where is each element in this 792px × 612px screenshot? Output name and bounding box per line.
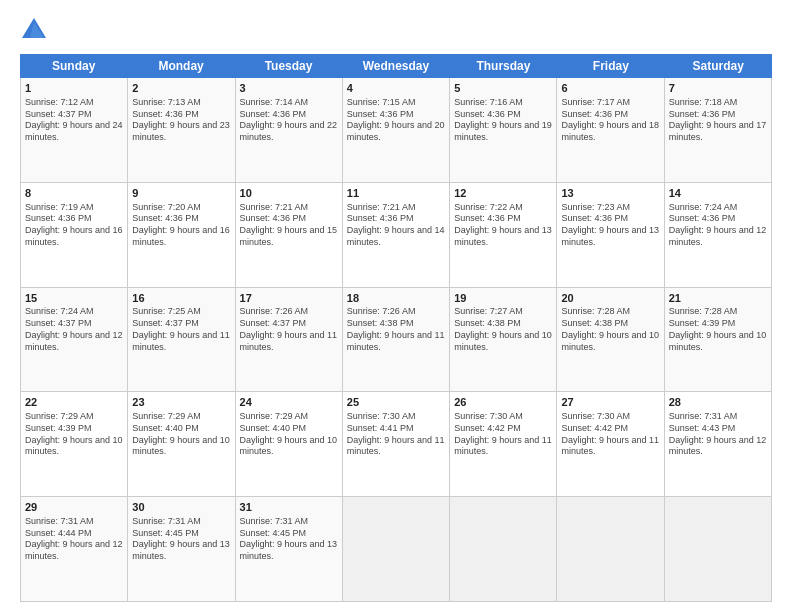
- day-number: 8: [25, 186, 123, 201]
- day-number: 9: [132, 186, 230, 201]
- table-row: 23Sunrise: 7:29 AMSunset: 4:40 PMDayligh…: [128, 392, 235, 497]
- table-row: 1Sunrise: 7:12 AMSunset: 4:37 PMDaylight…: [21, 78, 128, 183]
- cell-details: Sunrise: 7:31 AMSunset: 4:45 PMDaylight:…: [240, 516, 338, 563]
- day-number: 7: [669, 81, 767, 96]
- cell-details: Sunrise: 7:21 AMSunset: 4:36 PMDaylight:…: [240, 202, 338, 249]
- header-day-tuesday: Tuesday: [235, 54, 342, 78]
- day-number: 1: [25, 81, 123, 96]
- day-number: 19: [454, 291, 552, 306]
- day-number: 13: [561, 186, 659, 201]
- day-number: 3: [240, 81, 338, 96]
- table-row: 4Sunrise: 7:15 AMSunset: 4:36 PMDaylight…: [343, 78, 450, 183]
- header: [20, 16, 772, 44]
- day-number: 10: [240, 186, 338, 201]
- day-number: 20: [561, 291, 659, 306]
- cell-details: Sunrise: 7:17 AMSunset: 4:36 PMDaylight:…: [561, 97, 659, 144]
- cell-details: Sunrise: 7:30 AMSunset: 4:41 PMDaylight:…: [347, 411, 445, 458]
- table-row: 28Sunrise: 7:31 AMSunset: 4:43 PMDayligh…: [665, 392, 772, 497]
- table-row: 21Sunrise: 7:28 AMSunset: 4:39 PMDayligh…: [665, 288, 772, 393]
- logo-icon: [20, 16, 48, 44]
- table-row: [665, 497, 772, 602]
- table-row: [450, 497, 557, 602]
- table-row: 31Sunrise: 7:31 AMSunset: 4:45 PMDayligh…: [236, 497, 343, 602]
- cell-details: Sunrise: 7:30 AMSunset: 4:42 PMDaylight:…: [454, 411, 552, 458]
- day-number: 24: [240, 395, 338, 410]
- day-number: 26: [454, 395, 552, 410]
- day-number: 31: [240, 500, 338, 515]
- day-number: 21: [669, 291, 767, 306]
- day-number: 12: [454, 186, 552, 201]
- cell-details: Sunrise: 7:12 AMSunset: 4:37 PMDaylight:…: [25, 97, 123, 144]
- table-row: 7Sunrise: 7:18 AMSunset: 4:36 PMDaylight…: [665, 78, 772, 183]
- week-row-3: 15Sunrise: 7:24 AMSunset: 4:37 PMDayligh…: [20, 288, 772, 393]
- day-number: 30: [132, 500, 230, 515]
- cell-details: Sunrise: 7:23 AMSunset: 4:36 PMDaylight:…: [561, 202, 659, 249]
- table-row: 2Sunrise: 7:13 AMSunset: 4:36 PMDaylight…: [128, 78, 235, 183]
- day-number: 17: [240, 291, 338, 306]
- table-row: 8Sunrise: 7:19 AMSunset: 4:36 PMDaylight…: [21, 183, 128, 288]
- day-number: 6: [561, 81, 659, 96]
- day-number: 4: [347, 81, 445, 96]
- header-day-sunday: Sunday: [20, 54, 127, 78]
- week-row-5: 29Sunrise: 7:31 AMSunset: 4:44 PMDayligh…: [20, 497, 772, 602]
- day-number: 28: [669, 395, 767, 410]
- cell-details: Sunrise: 7:16 AMSunset: 4:36 PMDaylight:…: [454, 97, 552, 144]
- table-row: 10Sunrise: 7:21 AMSunset: 4:36 PMDayligh…: [236, 183, 343, 288]
- day-number: 22: [25, 395, 123, 410]
- header-day-friday: Friday: [557, 54, 664, 78]
- page: SundayMondayTuesdayWednesdayThursdayFrid…: [0, 0, 792, 612]
- header-day-thursday: Thursday: [450, 54, 557, 78]
- cell-details: Sunrise: 7:22 AMSunset: 4:36 PMDaylight:…: [454, 202, 552, 249]
- table-row: 15Sunrise: 7:24 AMSunset: 4:37 PMDayligh…: [21, 288, 128, 393]
- table-row: [343, 497, 450, 602]
- cell-details: Sunrise: 7:18 AMSunset: 4:36 PMDaylight:…: [669, 97, 767, 144]
- cell-details: Sunrise: 7:31 AMSunset: 4:45 PMDaylight:…: [132, 516, 230, 563]
- table-row: 11Sunrise: 7:21 AMSunset: 4:36 PMDayligh…: [343, 183, 450, 288]
- cell-details: Sunrise: 7:31 AMSunset: 4:44 PMDaylight:…: [25, 516, 123, 563]
- day-number: 18: [347, 291, 445, 306]
- cell-details: Sunrise: 7:27 AMSunset: 4:38 PMDaylight:…: [454, 306, 552, 353]
- table-row: 22Sunrise: 7:29 AMSunset: 4:39 PMDayligh…: [21, 392, 128, 497]
- day-number: 5: [454, 81, 552, 96]
- table-row: 9Sunrise: 7:20 AMSunset: 4:36 PMDaylight…: [128, 183, 235, 288]
- table-row: 3Sunrise: 7:14 AMSunset: 4:36 PMDaylight…: [236, 78, 343, 183]
- table-row: 6Sunrise: 7:17 AMSunset: 4:36 PMDaylight…: [557, 78, 664, 183]
- cell-details: Sunrise: 7:26 AMSunset: 4:37 PMDaylight:…: [240, 306, 338, 353]
- cell-details: Sunrise: 7:28 AMSunset: 4:39 PMDaylight:…: [669, 306, 767, 353]
- table-row: 20Sunrise: 7:28 AMSunset: 4:38 PMDayligh…: [557, 288, 664, 393]
- cell-details: Sunrise: 7:15 AMSunset: 4:36 PMDaylight:…: [347, 97, 445, 144]
- cell-details: Sunrise: 7:29 AMSunset: 4:39 PMDaylight:…: [25, 411, 123, 458]
- day-number: 11: [347, 186, 445, 201]
- table-row: 26Sunrise: 7:30 AMSunset: 4:42 PMDayligh…: [450, 392, 557, 497]
- table-row: 16Sunrise: 7:25 AMSunset: 4:37 PMDayligh…: [128, 288, 235, 393]
- cell-details: Sunrise: 7:20 AMSunset: 4:36 PMDaylight:…: [132, 202, 230, 249]
- cell-details: Sunrise: 7:13 AMSunset: 4:36 PMDaylight:…: [132, 97, 230, 144]
- week-row-2: 8Sunrise: 7:19 AMSunset: 4:36 PMDaylight…: [20, 183, 772, 288]
- calendar-body: 1Sunrise: 7:12 AMSunset: 4:37 PMDaylight…: [20, 78, 772, 602]
- table-row: 13Sunrise: 7:23 AMSunset: 4:36 PMDayligh…: [557, 183, 664, 288]
- cell-details: Sunrise: 7:30 AMSunset: 4:42 PMDaylight:…: [561, 411, 659, 458]
- table-row: 17Sunrise: 7:26 AMSunset: 4:37 PMDayligh…: [236, 288, 343, 393]
- calendar: SundayMondayTuesdayWednesdayThursdayFrid…: [20, 54, 772, 602]
- table-row: 19Sunrise: 7:27 AMSunset: 4:38 PMDayligh…: [450, 288, 557, 393]
- day-number: 2: [132, 81, 230, 96]
- cell-details: Sunrise: 7:24 AMSunset: 4:36 PMDaylight:…: [669, 202, 767, 249]
- cell-details: Sunrise: 7:31 AMSunset: 4:43 PMDaylight:…: [669, 411, 767, 458]
- header-day-wednesday: Wednesday: [342, 54, 449, 78]
- table-row: 5Sunrise: 7:16 AMSunset: 4:36 PMDaylight…: [450, 78, 557, 183]
- cell-details: Sunrise: 7:28 AMSunset: 4:38 PMDaylight:…: [561, 306, 659, 353]
- calendar-header: SundayMondayTuesdayWednesdayThursdayFrid…: [20, 54, 772, 78]
- cell-details: Sunrise: 7:14 AMSunset: 4:36 PMDaylight:…: [240, 97, 338, 144]
- week-row-4: 22Sunrise: 7:29 AMSunset: 4:39 PMDayligh…: [20, 392, 772, 497]
- week-row-1: 1Sunrise: 7:12 AMSunset: 4:37 PMDaylight…: [20, 78, 772, 183]
- cell-details: Sunrise: 7:29 AMSunset: 4:40 PMDaylight:…: [240, 411, 338, 458]
- table-row: 27Sunrise: 7:30 AMSunset: 4:42 PMDayligh…: [557, 392, 664, 497]
- cell-details: Sunrise: 7:25 AMSunset: 4:37 PMDaylight:…: [132, 306, 230, 353]
- day-number: 29: [25, 500, 123, 515]
- cell-details: Sunrise: 7:26 AMSunset: 4:38 PMDaylight:…: [347, 306, 445, 353]
- table-row: 12Sunrise: 7:22 AMSunset: 4:36 PMDayligh…: [450, 183, 557, 288]
- table-row: 29Sunrise: 7:31 AMSunset: 4:44 PMDayligh…: [21, 497, 128, 602]
- table-row: 14Sunrise: 7:24 AMSunset: 4:36 PMDayligh…: [665, 183, 772, 288]
- day-number: 27: [561, 395, 659, 410]
- cell-details: Sunrise: 7:19 AMSunset: 4:36 PMDaylight:…: [25, 202, 123, 249]
